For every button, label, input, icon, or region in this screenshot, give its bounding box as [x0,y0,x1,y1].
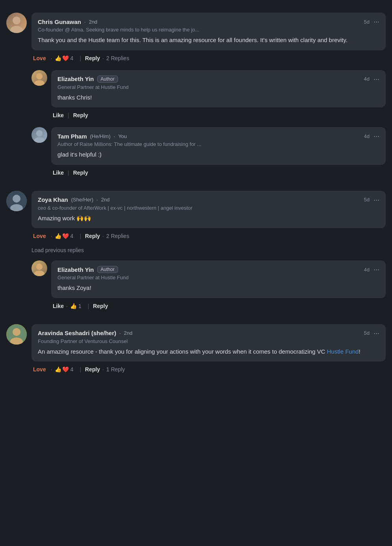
thumbs-up-icon: 👍 [70,303,77,309]
more-options-button[interactable]: ··· [374,18,379,25]
avatar [31,70,47,86]
timestamp: 5d [364,330,370,336]
degree: You [118,133,127,139]
comment-bubble: Tam Pham (He/Him) · You 4d ··· Author of… [51,127,386,165]
comment-body: thanks Chris! [57,93,379,102]
comment-header: Chris Gunawan · 2nd 5d ··· [38,18,379,25]
comment-actions: Like | Reply [51,110,386,121]
comment-content: Zoya Khan (She/Her) · 2nd 5d ··· ceo & c… [31,191,386,242]
timestamp: 5d [364,197,370,203]
comment-thread: Chris Gunawan · 2nd 5d ··· Co-founder @ … [6,6,386,378]
reply-button[interactable]: Reply [93,303,108,309]
like-button[interactable]: Like [53,170,64,176]
svg-point-1 [10,26,23,33]
comment-body-text: An amazing resource - thank you for alig… [38,348,327,355]
comment-item: Zoya Khan (She/Her) · 2nd 5d ··· ceo & c… [6,184,386,245]
avatar [31,260,47,276]
comment-body: glad it's helpful :) [57,150,379,159]
comment-header: Zoya Khan (She/Her) · 2nd 5d ··· [38,196,379,203]
author-subtitle: General Partner at Hustle Fund [57,84,379,90]
more-options-button[interactable]: ··· [374,330,379,337]
comment-body: thanks Zoya! [57,284,379,293]
more-options-button[interactable]: ··· [374,133,379,140]
svg-point-0 [13,17,20,24]
heart-icon: ❤️ [62,55,69,61]
reaction-love[interactable]: Love [33,55,46,61]
more-options-button[interactable]: ··· [374,196,379,203]
hustle-fund-link[interactable]: Hustle Fund [327,348,359,355]
comment-actions: Love · 👍 ❤️ 4 | Reply · 2 Replies [31,53,386,64]
replies-count[interactable]: 2 Replies [106,55,129,61]
reply-button[interactable]: Reply [73,112,88,118]
author-name: Chris Gunawan [38,18,81,25]
reply-button[interactable]: Reply [73,170,88,176]
reply-button[interactable]: Reply [85,55,100,61]
heart-icon: ❤️ [62,233,69,239]
avatar [6,191,27,211]
degree-badge: · [84,19,86,25]
thumbs-up-icon: 👍 [55,366,61,373]
author-subtitle: ceo & co-founder of AfterWork | ex-vc | … [38,205,379,211]
comment-bubble: Elizabeth Yin Author 4d ··· General Part… [51,260,386,298]
replies-section: Load previous replies Elizabeth Yin Auth… [31,245,386,315]
like-button[interactable]: Like [53,112,64,118]
author-name: Tam Pham [57,133,87,140]
comment-actions: Love · 👍 ❤️ 4 | Reply · 1 Reply [31,364,386,375]
degree: 2nd [89,19,98,25]
reply-item: Elizabeth Yin Author 4d ··· General Part… [31,67,386,124]
svg-point-13 [13,328,20,336]
comment-actions: Like · 👍 1 | Reply [51,301,386,312]
comment-bubble: Aravinda Seshadri (she/her) · 2nd 5d ···… [31,324,386,362]
comment-actions: Love · 👍 ❤️ 4 | Reply · 2 Replies [31,231,386,242]
replies-count[interactable]: 1 Reply [106,366,125,373]
reply-button[interactable]: Reply [85,233,100,239]
author-subtitle: Co-founder @ Atma. Seeking brave minds t… [38,27,379,33]
reaction-count: 4 [70,55,74,61]
author-name: Elizabeth Yin [57,76,94,82]
avatar [6,324,27,345]
svg-point-8 [13,195,20,203]
comment-content: Elizabeth Yin Author 4d ··· General Part… [51,260,386,312]
reply-button[interactable]: Reply [85,366,100,373]
svg-point-6 [34,137,44,143]
comment-body: Thank you and the Hustle team for this. … [38,36,379,45]
degree: 2nd [124,330,133,336]
comment-header: Elizabeth Yin Author 4d ··· [57,266,379,273]
comment-bubble: Zoya Khan (She/Her) · 2nd 5d ··· ceo & c… [31,191,386,229]
svg-point-5 [36,130,43,136]
comment-header: Elizabeth Yin Author 4d ··· [57,76,379,83]
more-options-button[interactable]: ··· [374,76,379,83]
comment-item: Chris Gunawan · 2nd 5d ··· Co-founder @ … [6,6,386,67]
pronouns: (She/Her) [71,197,93,203]
timestamp: 5d [364,19,370,25]
avatar [31,127,47,143]
author-name: Aravinda Seshadri (she/her) [38,330,116,336]
timestamp: 4d [364,133,370,139]
reaction-love[interactable]: Love [33,366,46,373]
comment-item: Aravinda Seshadri (she/her) · 2nd 5d ···… [6,318,386,378]
more-options-button[interactable]: ··· [374,266,379,273]
timestamp: 4d [364,267,370,273]
pronouns: (He/Him) [90,133,111,139]
author-badge: Author [97,76,118,83]
comment-actions: Like | Reply [51,167,386,178]
reaction-count: 4 [70,233,74,239]
heart-icon: ❤️ [62,366,69,373]
comment-header: Aravinda Seshadri (she/her) · 2nd 5d ··· [38,330,379,337]
comment-content: Elizabeth Yin Author 4d ··· General Part… [51,70,386,121]
comment-header: Tam Pham (He/Him) · You 4d ··· [57,133,379,140]
comment-content: Aravinda Seshadri (she/her) · 2nd 5d ···… [31,324,386,375]
author-name: Zoya Khan [38,196,68,203]
replies-section: Elizabeth Yin Author 4d ··· General Part… [31,67,386,181]
replies-count[interactable]: 2 Replies [106,233,129,239]
load-previous-button[interactable]: Load previous replies [31,245,386,257]
like-button[interactable]: Like [53,303,64,309]
reaction-love[interactable]: Love [33,233,46,239]
comment-body: An amazing resource - thank you for alig… [38,347,379,356]
svg-point-3 [36,73,43,79]
author-subtitle: Founding Partner of Venturous Counsel [38,338,379,344]
svg-point-11 [34,271,44,276]
timestamp: 4d [364,76,370,82]
degree: 2nd [101,197,110,203]
thumbs-up-icon: 👍 [55,233,61,239]
